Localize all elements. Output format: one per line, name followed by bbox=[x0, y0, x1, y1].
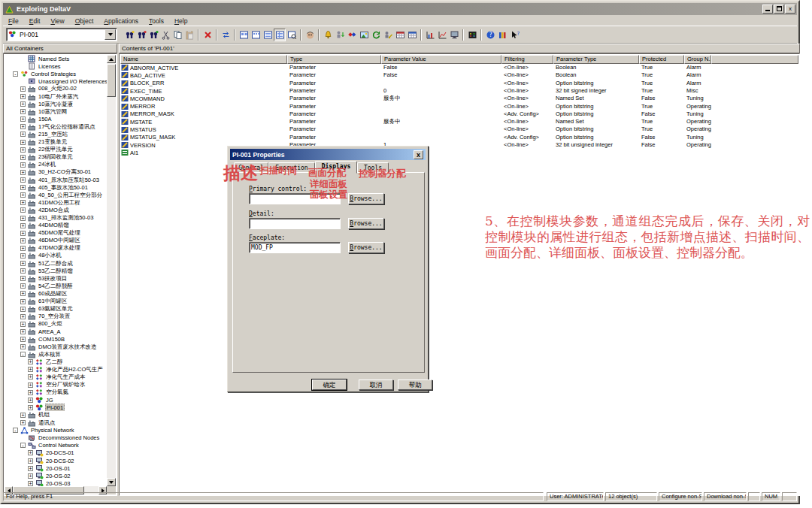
monitor-icon[interactable] bbox=[448, 29, 460, 41]
collapse-icon[interactable]: - bbox=[20, 443, 26, 448]
view-small-icons-icon[interactable] bbox=[250, 29, 262, 41]
menu-file[interactable]: File bbox=[3, 17, 24, 26]
tree-item-53[interactable]: +53乙二醇精馏 bbox=[4, 268, 107, 275]
paste-icon[interactable] bbox=[183, 29, 195, 41]
table-row-block-err[interactable]: BLOCK_ERRParameter<On-line>Option bitstr… bbox=[120, 80, 798, 87]
object-selector-combobox[interactable]: PI-001 bbox=[6, 28, 117, 41]
diagnostics-icon[interactable] bbox=[346, 29, 358, 41]
expand-icon[interactable]: + bbox=[20, 140, 26, 145]
expand-icon[interactable]: + bbox=[20, 276, 26, 281]
expand-icon[interactable]: + bbox=[20, 101, 26, 107]
expand-icon[interactable]: + bbox=[28, 367, 33, 372]
tree-item-10[interactable]: +10蒸汽管网 bbox=[4, 108, 107, 116]
expand-icon[interactable]: + bbox=[20, 116, 26, 122]
tree-item[interactable]: -成本核算 bbox=[4, 351, 107, 358]
tree-vertical-scrollbar[interactable] bbox=[107, 55, 116, 486]
table-row-mstate[interactable]: MSTATEParameter服务中<On-line>Named SetTrue… bbox=[120, 118, 798, 125]
expand-icon[interactable]: + bbox=[28, 374, 33, 379]
tree-item-215[interactable]: +215_空压站 bbox=[4, 131, 107, 138]
help-icon[interactable]: ? bbox=[484, 29, 496, 41]
collapse-icon[interactable]: - bbox=[13, 428, 18, 433]
collapse-icon[interactable]: - bbox=[13, 71, 18, 77]
table-row-version[interactable]: VERSIONParameter1<On-line>32 bit unsigne… bbox=[120, 141, 798, 149]
expand-icon[interactable]: + bbox=[20, 420, 26, 425]
tree-item-controlstrategies[interactable]: -Control Strategies bbox=[4, 70, 107, 77]
tree-item[interactable]: +空分厂锅炉给水 bbox=[4, 381, 107, 389]
tree-item-00820-02[interactable]: +008_火炬20-02 bbox=[4, 85, 107, 92]
tree-item-20-dcs-02[interactable]: +20-DCS-02 bbox=[4, 457, 107, 464]
tree-item-51[interactable]: +51乙二醇合成 bbox=[4, 260, 107, 268]
tree-item-17[interactable]: +17气化公控指标通讯点 bbox=[4, 123, 107, 131]
expand-icon[interactable]: + bbox=[28, 466, 33, 471]
cancel-button[interactable]: 取消 bbox=[359, 379, 393, 390]
scroll-down-button[interactable] bbox=[107, 478, 116, 486]
tree-item-namedsets[interactable]: Named Sets bbox=[4, 55, 107, 62]
tree-item-45dmo[interactable]: +45DMO尾气处理 bbox=[4, 229, 107, 237]
expand-icon[interactable]: + bbox=[20, 94, 26, 99]
expand-icon[interactable]: + bbox=[20, 299, 26, 304]
tree-item-20-os-03[interactable]: +20-OS-03 bbox=[4, 479, 107, 486]
tree-item-43150-03[interactable]: +431_排水监测池50-03 bbox=[4, 214, 107, 222]
tree-item-46dmo[interactable]: +46DMO中间罐区 bbox=[4, 237, 107, 244]
tree-item[interactable]: +空分氧氮 bbox=[4, 389, 107, 396]
expand-icon[interactable]: + bbox=[20, 185, 26, 190]
tree-item-23[interactable]: +23硝回收单元 bbox=[4, 153, 107, 161]
tree-item-54[interactable]: +54乙二醇脱醛 bbox=[4, 283, 107, 290]
expand-icon[interactable]: + bbox=[28, 481, 33, 486]
table-row-merror-mask[interactable]: MERROR_MASKParameter<Adv. Config>Option … bbox=[120, 110, 798, 118]
binoculars-red-icon[interactable] bbox=[135, 29, 147, 41]
tree-item-4050[interactable]: +40_50_公用工程空分部分 bbox=[4, 192, 107, 199]
expand-icon[interactable]: + bbox=[28, 450, 33, 455]
dark-grid-icon[interactable] bbox=[466, 29, 478, 41]
tree-item-10[interactable]: +10电厂外来蒸汽 bbox=[4, 92, 107, 100]
expand-icon[interactable]: + bbox=[20, 329, 26, 334]
tree-item-40550-01[interactable]: +405_事故水池50-01 bbox=[4, 184, 107, 192]
tree-item[interactable]: +通讯点 bbox=[4, 419, 107, 427]
delete-icon[interactable] bbox=[201, 29, 214, 41]
update-icon[interactable] bbox=[370, 29, 382, 41]
expand-icon[interactable]: + bbox=[28, 405, 33, 410]
tree-item-controlnetwork[interactable]: -Control Network bbox=[4, 442, 107, 449]
column-header-type[interactable]: Type bbox=[287, 55, 381, 64]
table-row-ai1[interactable]: AI1 bbox=[120, 149, 798, 156]
tree-item-41dmo[interactable]: +41DMO公用工程 bbox=[4, 199, 107, 207]
collapse-icon[interactable]: - bbox=[20, 352, 26, 357]
context-help-icon[interactable]: ? bbox=[508, 29, 520, 41]
expand-icon[interactable]: + bbox=[20, 268, 26, 274]
tree-item-areaa[interactable]: +AREA_A bbox=[4, 328, 107, 335]
tree-item-40150-03[interactable]: +401_原水加压泵站50-03 bbox=[4, 177, 107, 184]
table-row-mstatus-mask[interactable]: MSTATUS_MASKParameter<Adv. Config>Option… bbox=[120, 134, 798, 141]
table-row-exec-time[interactable]: EXEC_TIMEParameter0<On-line>32 bit signe… bbox=[120, 87, 798, 95]
swap-icon[interactable] bbox=[220, 29, 232, 41]
tree-item-48[interactable]: +48小冰机 bbox=[4, 252, 107, 259]
tree-item-70[interactable]: +70_空分装置 bbox=[4, 313, 107, 320]
books-icon[interactable] bbox=[496, 29, 508, 41]
combobox-dropdown-button[interactable] bbox=[105, 29, 116, 40]
expand-icon[interactable]: + bbox=[20, 207, 26, 213]
tree-item-800[interactable]: +800_火炬 bbox=[4, 320, 107, 328]
trend-icon[interactable] bbox=[436, 29, 448, 41]
expand-icon[interactable]: + bbox=[20, 413, 26, 418]
tree-item-24[interactable]: +24冰机 bbox=[4, 161, 107, 168]
alarm-bell-icon[interactable] bbox=[322, 29, 334, 41]
tree-item-60[interactable]: +60成品罐区 bbox=[4, 290, 107, 298]
expand-icon[interactable]: + bbox=[28, 473, 33, 479]
column-header-parameter-value[interactable]: Parameter Value bbox=[381, 55, 501, 64]
tree-item[interactable]: +乙二醇 bbox=[4, 358, 107, 366]
restore-button[interactable] bbox=[774, 5, 784, 14]
tree-item-jg[interactable]: +JG bbox=[4, 396, 107, 404]
expand-icon[interactable]: + bbox=[28, 383, 33, 388]
table-row-abnorm-active[interactable]: ABNORM_ACTIVEParameterFalse<On-line>Bool… bbox=[120, 64, 798, 71]
user-face-icon[interactable] bbox=[304, 29, 316, 41]
expand-icon[interactable]: + bbox=[28, 390, 33, 395]
tree-item-com150b[interactable]: +COM150B bbox=[4, 335, 107, 343]
expand-icon[interactable]: + bbox=[20, 200, 26, 205]
expand-icon[interactable]: + bbox=[20, 155, 26, 160]
expand-icon[interactable]: + bbox=[20, 261, 26, 266]
tree-item-h2-co[interactable]: +净化产品H2-CO气生产 bbox=[4, 366, 107, 373]
tree-item-61[interactable]: +61中间罐区 bbox=[4, 298, 107, 305]
expand-icon[interactable]: + bbox=[20, 322, 26, 327]
expand-icon[interactable]: + bbox=[20, 132, 26, 137]
expand-icon[interactable]: + bbox=[20, 344, 26, 349]
binoculars-green-icon[interactable] bbox=[147, 29, 159, 41]
